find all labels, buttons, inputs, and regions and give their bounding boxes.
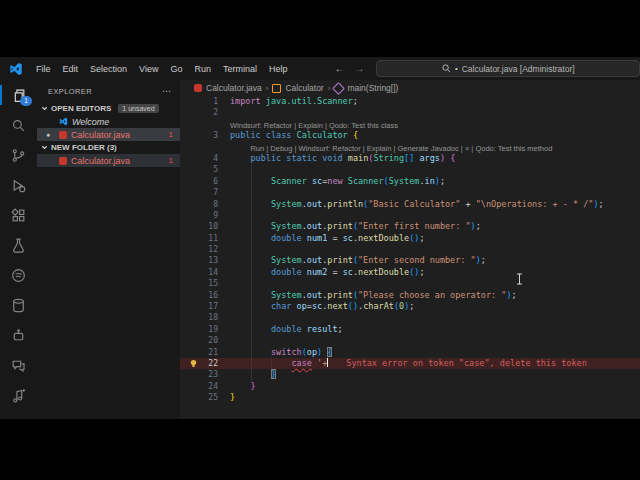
vscode-logo xyxy=(9,62,23,76)
line-number: 1 xyxy=(180,96,218,107)
mouse-ibeam-cursor xyxy=(516,273,523,285)
chevron-down-icon xyxy=(41,105,48,112)
code-line-2[interactable]: 2 xyxy=(180,107,640,118)
modified-dot: • xyxy=(455,64,458,73)
code-line-24[interactable]: 24 } xyxy=(180,381,640,392)
code-line-14[interactable]: 14 double num2 = sc.nextDouble(); xyxy=(180,267,640,278)
breadcrumb-method[interactable]: main(String[]) xyxy=(347,83,398,93)
line-number: 5 xyxy=(180,164,218,175)
explorer-icon[interactable]: 1 xyxy=(0,80,37,110)
line-number: 16 xyxy=(180,290,218,301)
code-text xyxy=(218,312,230,323)
code-line-22[interactable]: 22 case '+Syntax error on token "case", … xyxy=(180,358,640,369)
code-text: import java.util.Scanner; xyxy=(218,96,358,107)
comments-icon[interactable] xyxy=(0,350,37,380)
chevron-down-icon xyxy=(41,144,48,151)
code-line-18[interactable]: 18 xyxy=(180,312,640,323)
menu-item-view[interactable]: View xyxy=(134,62,163,76)
line-number: 3 xyxy=(180,130,218,141)
code-line-23[interactable]: 23 } xyxy=(180,369,640,380)
explorer-sidebar: EXPLORER ⋯ OPEN EDITORS 1 unsaved Welcom… xyxy=(37,80,180,419)
code-line-10[interactable]: 10 System.out.print("Enter first number:… xyxy=(180,221,640,232)
extensions-icon[interactable] xyxy=(0,200,37,230)
code-text: double num1 = sc.nextDouble(); xyxy=(218,233,425,244)
line-number: 20 xyxy=(180,335,218,346)
code-line-12[interactable]: 12 xyxy=(180,244,640,255)
code-line-4[interactable]: 4 public static void main(String[] args)… xyxy=(180,153,640,164)
code-line-7[interactable]: 7 xyxy=(180,187,640,198)
code-text: switch(op) { xyxy=(218,347,332,358)
unsaved-badge: 1 unsaved xyxy=(118,104,158,113)
lightbulb-icon[interactable] xyxy=(189,359,198,368)
explorer-actions-icon[interactable]: ⋯ xyxy=(162,86,172,96)
code-text: } xyxy=(218,392,235,403)
menu-item-run[interactable]: Run xyxy=(189,62,216,76)
command-center-search[interactable]: • Calculator.java [Administrator] xyxy=(376,60,640,77)
inline-error-message: Syntax error on token "case", delete thi… xyxy=(328,358,587,368)
code-text xyxy=(218,164,230,175)
code-line-21[interactable]: 21 switch(op) { xyxy=(180,347,640,358)
open-editor-welcome[interactable]: Welcome xyxy=(37,115,180,128)
music-tools-icon[interactable] xyxy=(0,380,37,410)
code-line-8[interactable]: 8 System.out.println("Basic Calculator" … xyxy=(180,199,640,210)
testing-icon[interactable] xyxy=(0,230,37,260)
class-symbol-icon xyxy=(272,84,281,93)
code-text: char op=sc.next().charAt(0); xyxy=(218,301,414,312)
line-number: 23 xyxy=(180,369,218,380)
menu-item-terminal[interactable]: Terminal xyxy=(218,62,262,76)
line-number: 22 xyxy=(180,358,218,369)
code-text: Scanner sc=new Scanner(System.in); xyxy=(218,176,445,187)
code-text: } xyxy=(218,369,276,380)
line-number: 15 xyxy=(180,278,218,289)
screen: FileEditSelectionViewGoRunTerminalHelp ←… xyxy=(0,0,640,480)
code-line-1[interactable]: 1import java.util.Scanner; xyxy=(180,96,640,107)
code-line-20[interactable]: 20 xyxy=(180,335,640,346)
code-line-25[interactable]: 25} xyxy=(180,392,640,403)
line-number: 11 xyxy=(180,233,218,244)
window-title: Calculator.java [Administrator] xyxy=(462,64,575,74)
code-line-3[interactable]: 3public class Calculator { xyxy=(180,130,640,141)
code-text xyxy=(218,187,230,198)
breadcrumb-file[interactable]: Calculator.java xyxy=(206,83,262,93)
chat-bot-icon[interactable] xyxy=(0,320,37,350)
file-calculator-java[interactable]: Calculator.java 1 xyxy=(37,154,180,167)
line-number: 24 xyxy=(180,381,218,392)
sidebar-title: EXPLORER xyxy=(48,87,162,96)
code-line-5[interactable]: 5 xyxy=(180,164,640,175)
code-line-11[interactable]: 11 double num1 = sc.nextDouble(); xyxy=(180,233,640,244)
section-open-editors[interactable]: OPEN EDITORS 1 unsaved xyxy=(37,102,180,115)
code-text xyxy=(218,244,230,255)
search-icon[interactable] xyxy=(0,110,37,140)
code-line-15[interactable]: 15 xyxy=(180,278,640,289)
unsaved-dot-icon[interactable]: ● xyxy=(46,131,50,138)
spotify-icon[interactable] xyxy=(0,260,37,290)
run-debug-icon[interactable] xyxy=(0,170,37,200)
codelens-row: Windsurf: Refactor | Explain | Qodo: Tes… xyxy=(180,119,640,130)
code-line-13[interactable]: 13 System.out.print("Enter second number… xyxy=(180,255,640,266)
open-editor-calculator-java[interactable]: ● Calculator.java 1 xyxy=(37,128,180,141)
database-icon[interactable] xyxy=(0,290,37,320)
method-symbol-icon xyxy=(333,82,346,95)
code-line-19[interactable]: 19 double result; xyxy=(180,324,640,335)
line-number: 7 xyxy=(180,187,218,198)
code-rows: 1import java.util.Scanner;2Windsurf: Ref… xyxy=(180,96,640,404)
code-text: case '+Syntax error on token "case", del… xyxy=(218,358,587,369)
line-number: 19 xyxy=(180,324,218,335)
nav-back-icon[interactable]: ← xyxy=(334,63,344,74)
section-folder[interactable]: NEW FOLDER (3) xyxy=(37,141,180,154)
menu-item-go[interactable]: Go xyxy=(165,62,187,76)
code-line-9[interactable]: 9 xyxy=(180,210,640,221)
code-line-6[interactable]: 6 Scanner sc=new Scanner(System.in); xyxy=(180,176,640,187)
menu-item-help[interactable]: Help xyxy=(264,62,293,76)
source-control-icon[interactable] xyxy=(0,140,37,170)
code-line-16[interactable]: 16 System.out.print("Please choose an op… xyxy=(180,290,640,301)
activity-bar: 1 xyxy=(0,80,37,419)
line-number: 4 xyxy=(180,153,218,164)
code-editor[interactable]: Calculator.java › Calculator › main(Stri… xyxy=(180,80,640,419)
breadcrumb-class[interactable]: Calculator xyxy=(285,83,323,93)
code-line-17[interactable]: 17 char op=sc.next().charAt(0); xyxy=(180,301,640,312)
menu-item-file[interactable]: File xyxy=(31,62,56,76)
menu-item-edit[interactable]: Edit xyxy=(58,62,84,76)
menu-item-selection[interactable]: Selection xyxy=(85,62,132,76)
nav-forward-icon[interactable]: → xyxy=(354,63,364,74)
